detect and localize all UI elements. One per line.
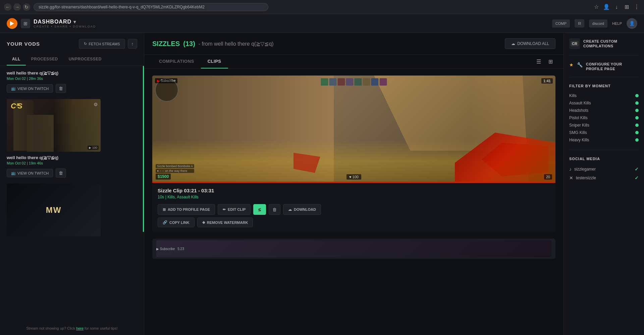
filter-headshots[interactable]: Headshots [569, 107, 639, 114]
edit-icon: ✏ [223, 207, 226, 212]
download-icon[interactable]: ↓ [613, 4, 620, 10]
browser-chrome: ← → ↻ sizzle.gg/for-streamers/dashboard/… [0, 0, 644, 14]
tab-all[interactable]: ALL [7, 53, 26, 65]
filter-headshots-dot [635, 109, 639, 112]
view-on-twitch-button[interactable]: 📺 VIEW ON TWITCH [7, 84, 53, 93]
thumbnail-image: CˢS ⚙ ▶ 100 [7, 99, 101, 152]
clip-title: Sizzle Clip 03:21 - 03:31 [158, 188, 550, 193]
filter-smg-kills[interactable]: SMG Kills [569, 129, 639, 136]
filter-sniper-kills[interactable]: Sniper Kills [569, 122, 639, 129]
logo-icon [7, 18, 17, 29]
hud-money: $1500 [156, 174, 171, 180]
profile-icon[interactable]: 👤 [603, 4, 610, 10]
configure-profile-button[interactable]: ★ 🔧 CONFIGURE YOUR PROFILE PAGE [569, 62, 639, 71]
discord-button[interactable]: discord [589, 19, 607, 28]
thumbnail-gear-icon[interactable]: ⚙ [94, 102, 98, 107]
vod-date: Mon Oct 02 | 28m 36s [7, 77, 137, 81]
time-partial: 5:23 [177, 247, 184, 251]
kill-feed-item: ● ○ ○ on the way there [156, 169, 194, 173]
hud-avatar [380, 78, 387, 86]
edit-clip-button[interactable]: ✏ EDIT CLIP [218, 204, 251, 215]
hud-avatar [329, 78, 337, 86]
filter-pistol-kills[interactable]: Pistol Kills [569, 114, 639, 122]
vod-date-2: Mon Oct 02 | 19m 46s [7, 161, 137, 165]
layout-button[interactable]: ⊟ [575, 19, 584, 28]
configure-label: CONFIGURE YOUR [586, 62, 622, 66]
dropdown-icon[interactable]: ▾ [73, 19, 76, 25]
configure-label-2: PROFILE PAGE [586, 67, 622, 71]
forward-button[interactable]: → [13, 3, 21, 11]
social-tiktok-info: ♪ sizzlegamer [569, 166, 596, 172]
clip-card: ▶ Subscribe [152, 76, 555, 232]
clip-buttons-row2: 🔗 COPY LINK ◈ REMOVE WATERMARK [158, 218, 550, 227]
vod-item: well hello there q(≧▽≦q) Mon Oct 02 | 28… [7, 70, 137, 93]
vod-action-buttons-2: 📺 VIEW ON TWITCH 🗑 [7, 169, 137, 178]
copy-link-button[interactable]: 🔗 COPY LINK [158, 218, 195, 227]
hud-avatar [363, 78, 370, 86]
minimap [155, 78, 178, 102]
compilation-label-2: COMPILATIONS [583, 44, 617, 48]
fetch-streams-button[interactable]: ↻ FETCH STREAMS [79, 39, 125, 49]
social-tiktok[interactable]: ♪ sizzlegamer ✓ [569, 165, 639, 174]
logo-sub: CREATE • SHARE • DOWNLOAD [34, 25, 96, 28]
vods-title: YOUR VODS [7, 41, 40, 47]
url-bar[interactable]: sizzle.gg/for-streamers/dashboard/well-h… [34, 3, 268, 11]
twitch-icon-2: 📺 [11, 171, 16, 175]
create-compilation-button[interactable]: CR CREATE CUSTOM COMPILATIONS [569, 38, 639, 49]
back-button[interactable]: ← [4, 3, 11, 11]
list-view-icon[interactable]: ☰ [534, 56, 544, 67]
help-label: HELP [612, 21, 622, 26]
vod-delete-button[interactable]: 🗑 [56, 84, 66, 93]
filter-kills[interactable]: Kills [569, 92, 639, 99]
user-avatar[interactable]: 👤 [627, 18, 637, 29]
hud-avatar [355, 78, 362, 86]
tab-clips[interactable]: CLIPS [201, 55, 228, 68]
tips-link[interactable]: here [76, 326, 84, 330]
view-on-twitch-button-2[interactable]: 📺 VIEW ON TWITCH [7, 169, 53, 177]
logo-text-block: DASHBOARD ▾ CREATE • SHARE • DOWNLOAD [34, 19, 96, 28]
wrench-icon: 🔧 [577, 62, 583, 67]
vod-title-2: well hello there q(≧▽≦q) [7, 155, 137, 160]
upload-button[interactable]: ↑ [128, 39, 138, 49]
filter-heavy-kills[interactable]: Heavy Kills [569, 136, 639, 144]
download-all-button[interactable]: ☁ DOWNLOAD ALL [505, 38, 555, 49]
hud-avatar [371, 78, 379, 86]
comp-button[interactable]: COMP [552, 19, 570, 28]
vod-delete-button-2[interactable]: 🗑 [56, 169, 66, 178]
share-button[interactable]: ≤ [253, 204, 266, 215]
subscribe-partial: ▶ Subscribe [156, 247, 175, 251]
content-tabs: COMPILATIONS CLIPS ☰ ⊞ [144, 55, 564, 69]
reload-button[interactable]: ↻ [23, 3, 30, 11]
vods-tabs: ALL PROCESSED UNPROCESSED [0, 53, 144, 66]
menu-icon[interactable]: ⋮ [633, 4, 640, 10]
vod-thumbnail-3: MW [7, 184, 101, 236]
url-text: sizzle.gg/for-streamers/dashboard/well-h… [39, 5, 205, 9]
add-to-profile-button[interactable]: ⊞ ADD TO PROFILE PAGE [158, 204, 215, 215]
tab-compilations[interactable]: COMPILATIONS [152, 55, 201, 68]
hud-health: ♥ 100 [346, 174, 361, 180]
clip-thumbnail: ▶ Subscribe [152, 76, 555, 183]
grid-view-icon[interactable]: ⊞ [546, 56, 555, 67]
delete-clip-button[interactable]: 🗑 [269, 204, 280, 215]
filter-assault-label: Assault Kills [569, 101, 591, 105]
vod-thumbnail: CˢS ⚙ ▶ 100 [7, 99, 101, 152]
sizzles-header: SIZZLES (13) - from well hello there q(≧… [144, 33, 564, 55]
tab-processed[interactable]: PROCESSED [26, 53, 63, 65]
right-sidebar: CR CREATE CUSTOM COMPILATIONS ★ 🔧 CONFIG… [564, 33, 644, 335]
social-twitter[interactable]: ✕ testersizzle ✓ [569, 174, 639, 182]
hud-top-bar [321, 78, 387, 86]
hud-ammo: 20 [544, 174, 552, 180]
clip-info: Sizzle Clip 03:21 - 03:31 10s | Kills, A… [152, 183, 555, 232]
remove-watermark-button[interactable]: ◈ REMOVE WATERMARK [197, 218, 253, 227]
star-icon[interactable]: ☆ [593, 4, 600, 10]
clip-card-partial: ▶ Subscribe 5:23 [152, 239, 555, 259]
filter-pistol-dot [635, 116, 639, 119]
filter-headshots-label: Headshots [569, 108, 588, 113]
vods-sidebar: YOUR VODS ↻ FETCH STREAMS ↑ ALL PROCESSE… [0, 33, 144, 335]
scroll-indicator [143, 66, 144, 232]
download-clip-button[interactable]: ☁ DOWNLOAD [283, 204, 321, 215]
filter-section: FILTER BY MOMENT Kills Assault Kills Hea… [569, 84, 639, 150]
extensions-icon[interactable]: ⊞ [623, 4, 630, 10]
tab-unprocessed[interactable]: UNPROCESSED [63, 53, 107, 65]
filter-assault-kills[interactable]: Assault Kills [569, 99, 639, 107]
